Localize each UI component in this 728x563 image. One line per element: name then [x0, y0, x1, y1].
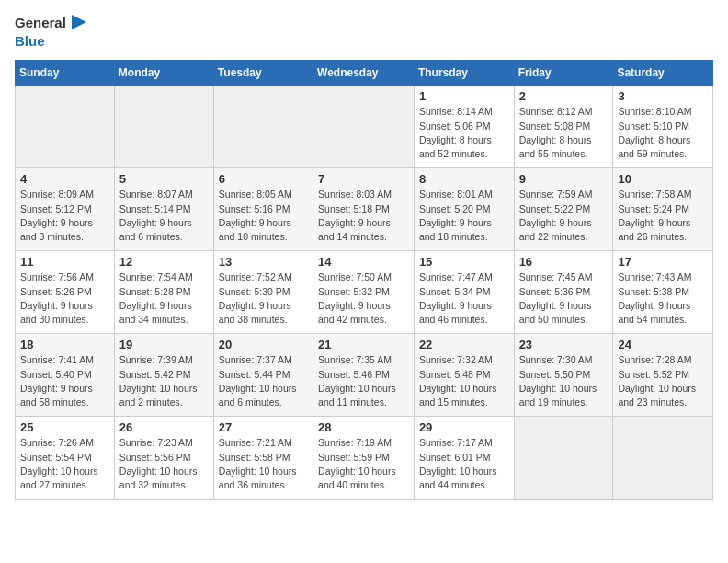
calendar-cell: 16Sunrise: 7:45 AM Sunset: 5:36 PM Dayli… — [514, 251, 613, 334]
day-info: Sunrise: 8:05 AM Sunset: 5:16 PM Dayligh… — [219, 188, 308, 244]
calendar-cell: 27Sunrise: 7:21 AM Sunset: 5:58 PM Dayli… — [213, 417, 313, 500]
day-info: Sunrise: 7:32 AM Sunset: 5:48 PM Dayligh… — [419, 353, 509, 409]
day-number: 20 — [219, 338, 308, 351]
header: General Blue — [15, 15, 713, 49]
dow-header-monday: Monday — [114, 61, 213, 86]
calendar-cell — [114, 86, 213, 168]
day-number: 29 — [419, 420, 509, 434]
svg-marker-0 — [72, 15, 86, 29]
day-info: Sunrise: 8:09 AM Sunset: 5:12 PM Dayligh… — [20, 188, 109, 244]
day-number: 7 — [318, 172, 409, 186]
day-info: Sunrise: 7:30 AM Sunset: 5:50 PM Dayligh… — [519, 353, 609, 409]
day-number: 22 — [419, 338, 509, 351]
day-info: Sunrise: 7:50 AM Sunset: 5:32 PM Dayligh… — [318, 270, 409, 327]
week-row-1: 1Sunrise: 8:14 AM Sunset: 5:06 PM Daylig… — [16, 86, 713, 168]
calendar-cell: 17Sunrise: 7:43 AM Sunset: 5:38 PM Dayli… — [613, 251, 713, 334]
logo-wordmark: General Blue — [15, 15, 86, 49]
day-info: Sunrise: 7:28 AM Sunset: 5:52 PM Dayligh… — [618, 353, 708, 409]
calendar-cell: 20Sunrise: 7:37 AM Sunset: 5:44 PM Dayli… — [213, 334, 313, 417]
day-number: 8 — [419, 172, 509, 186]
day-number: 28 — [318, 420, 409, 434]
week-row-4: 18Sunrise: 7:41 AM Sunset: 5:40 PM Dayli… — [16, 334, 713, 417]
calendar-cell: 29Sunrise: 7:17 AM Sunset: 6:01 PM Dayli… — [414, 417, 514, 500]
day-info: Sunrise: 7:45 AM Sunset: 5:36 PM Dayligh… — [519, 270, 609, 327]
calendar-cell: 5Sunrise: 8:07 AM Sunset: 5:14 PM Daylig… — [114, 168, 213, 251]
day-info: Sunrise: 8:01 AM Sunset: 5:20 PM Dayligh… — [419, 188, 509, 244]
calendar-cell: 2Sunrise: 8:12 AM Sunset: 5:08 PM Daylig… — [514, 86, 613, 168]
day-info: Sunrise: 7:56 AM Sunset: 5:26 PM Dayligh… — [20, 270, 109, 327]
logo-flag-icon — [72, 15, 86, 33]
calendar-cell: 22Sunrise: 7:32 AM Sunset: 5:48 PM Dayli… — [414, 334, 514, 417]
day-number: 12 — [119, 255, 209, 269]
day-number: 17 — [618, 255, 708, 269]
calendar-cell: 18Sunrise: 7:41 AM Sunset: 5:40 PM Dayli… — [16, 334, 115, 417]
calendar-cell: 25Sunrise: 7:26 AM Sunset: 5:54 PM Dayli… — [16, 417, 115, 500]
calendar-cell: 28Sunrise: 7:19 AM Sunset: 5:59 PM Dayli… — [313, 417, 415, 500]
day-number: 2 — [519, 89, 609, 103]
dow-header-tuesday: Tuesday — [213, 61, 313, 86]
calendar-cell: 3Sunrise: 8:10 AM Sunset: 5:10 PM Daylig… — [613, 86, 713, 168]
day-number: 13 — [219, 255, 308, 269]
calendar-cell: 1Sunrise: 8:14 AM Sunset: 5:06 PM Daylig… — [414, 86, 514, 168]
day-info: Sunrise: 7:23 AM Sunset: 5:56 PM Dayligh… — [119, 436, 209, 492]
day-info: Sunrise: 7:35 AM Sunset: 5:46 PM Dayligh… — [318, 353, 409, 409]
calendar-cell: 19Sunrise: 7:39 AM Sunset: 5:42 PM Dayli… — [114, 334, 213, 417]
day-info: Sunrise: 7:19 AM Sunset: 5:59 PM Dayligh… — [318, 436, 409, 492]
calendar-cell: 24Sunrise: 7:28 AM Sunset: 5:52 PM Dayli… — [613, 334, 713, 417]
calendar-cell: 11Sunrise: 7:56 AM Sunset: 5:26 PM Dayli… — [16, 251, 115, 334]
calendar-cell: 10Sunrise: 7:58 AM Sunset: 5:24 PM Dayli… — [613, 168, 713, 251]
day-number: 26 — [119, 420, 209, 434]
day-info: Sunrise: 7:43 AM Sunset: 5:38 PM Dayligh… — [618, 270, 708, 327]
day-number: 21 — [318, 338, 409, 351]
day-number: 10 — [618, 172, 708, 186]
week-row-3: 11Sunrise: 7:56 AM Sunset: 5:26 PM Dayli… — [16, 251, 713, 334]
day-number: 3 — [618, 89, 708, 103]
day-number: 1 — [419, 89, 509, 103]
day-info: Sunrise: 8:07 AM Sunset: 5:14 PM Dayligh… — [119, 188, 209, 244]
day-number: 18 — [20, 338, 109, 351]
dow-header-sunday: Sunday — [16, 61, 115, 86]
calendar-cell: 14Sunrise: 7:50 AM Sunset: 5:32 PM Dayli… — [313, 251, 415, 334]
day-info: Sunrise: 8:14 AM Sunset: 5:06 PM Dayligh… — [419, 105, 509, 161]
day-info: Sunrise: 8:10 AM Sunset: 5:10 PM Dayligh… — [618, 105, 708, 161]
calendar-cell — [613, 417, 713, 500]
calendar-cell: 15Sunrise: 7:47 AM Sunset: 5:34 PM Dayli… — [414, 251, 514, 334]
calendar-cell: 21Sunrise: 7:35 AM Sunset: 5:46 PM Dayli… — [313, 334, 415, 417]
calendar-cell: 13Sunrise: 7:52 AM Sunset: 5:30 PM Dayli… — [213, 251, 313, 334]
logo-general: General — [15, 15, 66, 30]
day-number: 11 — [20, 255, 109, 269]
dow-header-friday: Friday — [514, 61, 613, 86]
day-number: 24 — [618, 338, 708, 351]
calendar-cell: 8Sunrise: 8:01 AM Sunset: 5:20 PM Daylig… — [414, 168, 514, 251]
dow-header-saturday: Saturday — [613, 61, 713, 86]
logo-blue: Blue — [15, 33, 45, 49]
day-info: Sunrise: 7:37 AM Sunset: 5:44 PM Dayligh… — [219, 353, 308, 409]
day-number: 4 — [20, 172, 109, 186]
days-of-week-row: SundayMondayTuesdayWednesdayThursdayFrid… — [16, 61, 713, 86]
day-number: 19 — [119, 338, 209, 351]
day-number: 27 — [219, 420, 308, 434]
day-number: 9 — [519, 172, 609, 186]
logo: General Blue — [15, 15, 86, 49]
day-number: 23 — [519, 338, 609, 351]
dow-header-thursday: Thursday — [414, 61, 514, 86]
week-row-2: 4Sunrise: 8:09 AM Sunset: 5:12 PM Daylig… — [16, 168, 713, 251]
calendar-cell: 12Sunrise: 7:54 AM Sunset: 5:28 PM Dayli… — [114, 251, 213, 334]
day-info: Sunrise: 7:58 AM Sunset: 5:24 PM Dayligh… — [618, 188, 708, 244]
calendar-cell: 9Sunrise: 7:59 AM Sunset: 5:22 PM Daylig… — [514, 168, 613, 251]
day-info: Sunrise: 8:03 AM Sunset: 5:18 PM Dayligh… — [318, 188, 409, 244]
calendar-body: 1Sunrise: 8:14 AM Sunset: 5:06 PM Daylig… — [16, 86, 713, 500]
day-info: Sunrise: 7:59 AM Sunset: 5:22 PM Dayligh… — [519, 188, 609, 244]
day-info: Sunrise: 7:41 AM Sunset: 5:40 PM Dayligh… — [20, 353, 109, 409]
day-info: Sunrise: 7:39 AM Sunset: 5:42 PM Dayligh… — [119, 353, 209, 409]
calendar-cell — [514, 417, 613, 500]
dow-header-wednesday: Wednesday — [313, 61, 415, 86]
day-number: 16 — [519, 255, 609, 269]
day-number: 5 — [119, 172, 209, 186]
day-number: 6 — [219, 172, 308, 186]
calendar-table: SundayMondayTuesdayWednesdayThursdayFrid… — [15, 60, 713, 500]
calendar-cell — [213, 86, 313, 168]
day-info: Sunrise: 7:54 AM Sunset: 5:28 PM Dayligh… — [119, 270, 209, 327]
calendar-cell: 6Sunrise: 8:05 AM Sunset: 5:16 PM Daylig… — [213, 168, 313, 251]
calendar-cell — [16, 86, 115, 168]
